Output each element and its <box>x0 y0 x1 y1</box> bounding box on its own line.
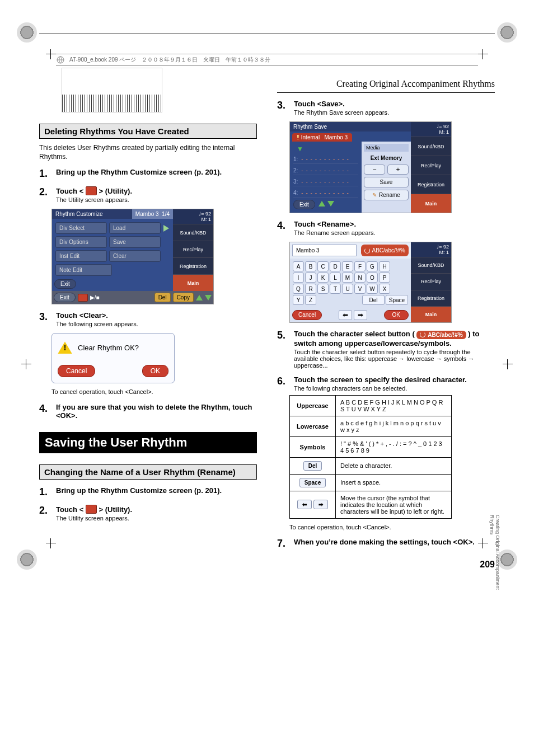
save-action-button[interactable]: Save <box>364 177 409 187</box>
key-d[interactable]: D <box>330 261 341 271</box>
save-step-6: 6. Touch the screen to specify the desir… <box>277 375 495 392</box>
key-g[interactable]: G <box>367 261 378 271</box>
rename-action-button[interactable]: ✎Rename <box>364 190 409 200</box>
rename-step-2: 2. Touch < > (Utility). The Utility scre… <box>39 505 257 522</box>
rhythm-save-screenshot: Rhythm Save ‼ Internal Mambo 3 ▼ 1:- - -… <box>289 121 452 213</box>
crop-mark-icon <box>17 22 37 43</box>
key-w[interactable]: W <box>367 284 378 294</box>
exit-button[interactable]: Exit <box>54 293 76 302</box>
inst-edit-button[interactable]: Inst Edit <box>55 250 107 262</box>
clear-button[interactable]: Clear <box>109 250 161 262</box>
save-step-7: 7. When you’re done making the settings,… <box>277 538 495 550</box>
del-button[interactable]: Del <box>154 293 171 302</box>
media-label: Media <box>364 144 409 152</box>
side-reg-button[interactable]: Registration <box>411 175 451 194</box>
key-t[interactable]: T <box>330 284 341 294</box>
side-reg-button[interactable]: Registration <box>411 290 451 306</box>
side-sound-button[interactable]: Sound/KBD <box>411 137 451 156</box>
key-j[interactable]: J <box>305 273 316 283</box>
key-e[interactable]: E <box>342 261 353 271</box>
side-rec-button[interactable]: Rec/Play <box>173 241 213 257</box>
case-switch-button[interactable]: ABC/abc/!#% <box>361 245 409 256</box>
key-m[interactable]: M <box>342 273 353 283</box>
side-main-button[interactable]: Main <box>173 274 213 291</box>
key-v[interactable]: V <box>354 284 366 294</box>
marker-icon: ▼ <box>297 145 358 153</box>
utility-icon <box>86 186 97 195</box>
registration-cross-icon <box>21 359 31 369</box>
div-options-button[interactable]: Div Options <box>55 236 107 248</box>
side-sound-button[interactable]: Sound/KBD <box>173 224 213 241</box>
rename-cancel-note: To cancel operation, touch <Cancel>. <box>289 523 495 532</box>
key-z[interactable]: Z <box>305 295 316 305</box>
save-button[interactable]: Save <box>109 236 161 248</box>
save-slot-4[interactable]: 4:- - - - - - - - - - - <box>293 189 358 198</box>
key-i[interactable]: I <box>293 273 304 283</box>
delete-step-1: 1. Bring up the Rhythm Customize screen … <box>39 168 257 180</box>
warning-icon <box>58 341 72 354</box>
side-main-button[interactable]: Main <box>411 306 451 322</box>
key-p[interactable]: P <box>379 273 390 283</box>
rename-field[interactable]: Mambo 3 <box>292 245 357 256</box>
rename-screenshot: Mambo 3 ABC/abc/!#% ABCDEFGHIJKLMNOPQRST… <box>289 242 452 323</box>
key-l[interactable]: L <box>330 273 341 283</box>
save-slot-2[interactable]: 2:- - - - - - - - - - - <box>293 166 358 175</box>
save-slot-1[interactable]: 1:- - - - - - - - - - - <box>293 155 358 164</box>
rename-step-1: 1. Bring up the Rhythm Customize screen … <box>39 486 257 498</box>
rename-cancel-button[interactable]: Cancel <box>292 310 322 320</box>
side-reg-button[interactable]: Registration <box>173 257 213 274</box>
tab-internal[interactable]: ‼ Internal Mambo 3 <box>292 133 352 142</box>
dialog-ok-button[interactable]: OK <box>142 365 168 377</box>
key-h[interactable]: H <box>379 261 390 271</box>
heading-delete-rhythms: Deleting Rhythms You Have Created <box>39 124 257 139</box>
key-f[interactable]: F <box>354 261 366 271</box>
key-del[interactable]: Del <box>362 295 385 305</box>
heading-rename: Changing the Name of a User Rhythm (Rena… <box>39 464 257 480</box>
div-select-button[interactable]: Div Select <box>55 222 107 234</box>
key-k[interactable]: K <box>317 273 329 283</box>
down-icon[interactable] <box>205 295 212 300</box>
key-a[interactable]: A <box>293 261 304 271</box>
organ-illustration <box>62 68 162 112</box>
dialog-cancel-button[interactable]: Cancel <box>58 365 95 377</box>
side-main-button[interactable]: Main <box>411 194 451 213</box>
note-edit-button[interactable]: Note Edit <box>55 264 112 276</box>
chapter-rule <box>277 92 495 93</box>
space-key-icon: Space <box>299 478 326 487</box>
up-icon[interactable] <box>196 295 203 300</box>
key-c[interactable]: C <box>317 261 329 271</box>
footer-icon[interactable] <box>78 294 88 302</box>
copy-button[interactable]: Copy <box>173 293 194 302</box>
minus-button[interactable]: − <box>364 165 385 175</box>
key-n[interactable]: N <box>354 273 366 283</box>
cursor-right-button[interactable]: ➡ <box>354 310 367 320</box>
cursor-left-button[interactable]: ⬅ <box>339 310 352 320</box>
load-button[interactable]: Load <box>109 222 161 234</box>
key-b[interactable]: B <box>305 261 316 271</box>
side-rec-button[interactable]: Rec/Play <box>411 273 451 289</box>
key-q[interactable]: Q <box>293 284 304 294</box>
key-u[interactable]: U <box>342 284 353 294</box>
up-icon[interactable] <box>318 201 325 206</box>
utility-icon <box>86 505 97 514</box>
key-x[interactable]: X <box>379 284 390 294</box>
del-key-icon: Del <box>303 461 322 471</box>
key-r[interactable]: R <box>305 284 316 294</box>
page-next-icon[interactable] <box>162 221 171 235</box>
character-table: UppercaseA B C D E F G H I J K L M N O P… <box>289 395 452 519</box>
key-s[interactable]: S <box>317 284 329 294</box>
delete-step-4: 4. If you are sure that you wish to dele… <box>39 403 257 420</box>
side-sound-button[interactable]: Sound/KBD <box>411 257 451 273</box>
exit-button[interactable]: Exit <box>293 200 315 209</box>
save-step-3: 3. Touch <Save>. The Rhythm Save screen … <box>277 100 495 116</box>
exit-small-button[interactable]: Exit <box>54 279 76 289</box>
chapter-title: Creating Original Accompaniment Rhythms <box>277 79 495 89</box>
side-rec-button[interactable]: Rec/Play <box>411 156 451 175</box>
save-slot-3[interactable]: 3:- - - - - - - - - - - <box>293 177 358 186</box>
down-icon[interactable] <box>327 201 334 206</box>
plus-button[interactable]: + <box>387 165 409 175</box>
key-o[interactable]: O <box>367 273 378 283</box>
key-y[interactable]: Y <box>293 295 304 305</box>
key-space[interactable]: Space <box>386 295 408 305</box>
rename-ok-button[interactable]: OK <box>384 310 409 320</box>
